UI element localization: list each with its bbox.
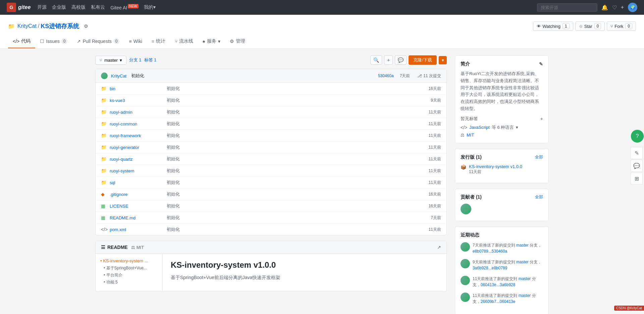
- nav-mine[interactable]: 我的▾: [144, 4, 156, 10]
- sidebar-edit-icon[interactable]: ✎: [539, 61, 543, 67]
- add-file-button[interactable]: +: [384, 55, 393, 65]
- tab-manage[interactable]: ⚙ 管理: [225, 35, 250, 48]
- controls-bar: ⑂ master ▾ 分支 1 标签 1 🔍 + 💬 克隆/下载 ▾: [95, 55, 447, 65]
- contributors-all-link[interactable]: 全部: [535, 194, 543, 200]
- logo[interactable]: G gitee: [7, 3, 31, 12]
- file-name[interactable]: .gitignore: [110, 192, 163, 197]
- file-table: KrityCat 初始化 530460a 7天前 ⎇ 11 次提交 📁 bin …: [95, 69, 447, 235]
- file-commit-time: 9天前: [421, 98, 441, 103]
- file-commit-time: 11天前: [421, 133, 441, 139]
- commit-hash[interactable]: 530460a: [378, 73, 394, 78]
- toc-item-1[interactable]: • 基于SpringBoot+Vue...: [104, 265, 158, 271]
- breadcrumb-separator: /: [38, 23, 39, 29]
- readme-mit[interactable]: ⚖ MIT: [131, 245, 144, 250]
- clone-dropdown-button[interactable]: ▾: [439, 56, 447, 64]
- release-icon: 📦: [461, 164, 466, 170]
- releases-all-link[interactable]: 全部: [535, 154, 543, 160]
- watch-button[interactable]: 👁 Watching 1: [533, 21, 573, 31]
- nav-private[interactable]: 私有云: [91, 4, 105, 10]
- contributors-list: [461, 204, 543, 215]
- notification-icon[interactable]: 🔔: [601, 4, 608, 11]
- file-type-icon: 📁: [101, 109, 106, 115]
- file-commit-message: 初始化: [167, 121, 418, 127]
- file-type-icon: 📁: [101, 98, 106, 103]
- tab-code[interactable]: </> 代码: [8, 35, 35, 48]
- tab-pipeline[interactable]: ⑂ 流水线: [170, 35, 198, 48]
- nav-university[interactable]: 高校版: [71, 4, 86, 10]
- plus-icon[interactable]: +: [621, 4, 624, 10]
- repo-name-link[interactable]: KS进销存系统: [41, 22, 79, 30]
- release-name-link[interactable]: KS-inventory-system v1.0.0: [469, 164, 522, 169]
- file-commit-message: 初始化: [167, 191, 418, 197]
- user-avatar[interactable]: 🌍: [628, 3, 637, 12]
- contributor-avatar-0[interactable]: [461, 204, 471, 214]
- nav-opensource[interactable]: 开源: [37, 4, 47, 10]
- toc-item-2[interactable]: • 平台简介: [104, 272, 158, 278]
- edit-float-button[interactable]: ✎: [631, 147, 643, 159]
- file-name[interactable]: ruoyi-admin: [110, 110, 163, 115]
- release-date: 11天前: [469, 169, 522, 175]
- toc-item-3[interactable]: • 功能 5: [104, 279, 158, 285]
- branches-link[interactable]: 分支 1: [129, 57, 142, 63]
- commit-author[interactable]: KrityCat: [111, 73, 126, 78]
- file-name[interactable]: ruoyi-generator: [110, 145, 163, 150]
- issues-icon: ☐: [40, 39, 44, 44]
- table-row: 📁 ks-vue3 初始化 9天前: [96, 95, 446, 106]
- file-commit-message: 初始化: [167, 97, 418, 103]
- toc-item-0[interactable]: • KS-inventory-system ...: [100, 258, 158, 263]
- license-icon: ⚖: [461, 133, 465, 138]
- license-row: ⚖ MIT: [461, 133, 543, 138]
- license-link[interactable]: MIT: [467, 133, 474, 138]
- activity-title: 近期动态: [461, 232, 543, 238]
- clone-button[interactable]: 克隆/下载: [409, 55, 437, 65]
- commit-author-avatar: [101, 72, 108, 79]
- file-name[interactable]: LICENSE: [110, 204, 163, 209]
- chat-float-button[interactable]: 💬: [631, 160, 643, 172]
- language-name[interactable]: JavaScript: [469, 125, 490, 130]
- tab-service[interactable]: ♠ 服务 ▾: [198, 35, 225, 48]
- repo-sidebar: 简介 ✎ 基于RuoYi二次开发的进销存系统,采购、销售、库存功能与业务流程简洁…: [455, 55, 549, 314]
- language-dropdown-icon[interactable]: ▾: [516, 125, 518, 130]
- add-tag-button[interactable]: +: [540, 116, 543, 121]
- sidebar-toggle-button[interactable]: ⊞: [631, 172, 643, 185]
- file-name[interactable]: pom.xml: [110, 227, 163, 232]
- nav-enterprise[interactable]: 企业版: [52, 4, 66, 10]
- nav-giteeai[interactable]: Gitee AINEW: [110, 4, 138, 10]
- star-button[interactable]: ☆ Star 0: [575, 21, 605, 31]
- search-input[interactable]: [537, 3, 597, 12]
- file-name[interactable]: ruoyi-system: [110, 168, 163, 173]
- repo-owner-link[interactable]: KrityCat: [17, 23, 37, 29]
- file-commit-message: 初始化: [167, 156, 418, 162]
- tab-wiki[interactable]: ≡ Wiki: [124, 35, 147, 48]
- csdn-badge[interactable]: CSDN @KrityCat: [614, 306, 644, 311]
- file-name[interactable]: bin: [110, 86, 163, 91]
- file-name[interactable]: ruoyi-quartz: [110, 157, 163, 162]
- table-row: </> pom.xml 初始化 11天前: [96, 224, 446, 235]
- help-button[interactable]: ?: [631, 129, 644, 143]
- file-name[interactable]: README.md: [110, 215, 163, 220]
- tab-stats[interactable]: ⌗ 统计: [147, 35, 170, 48]
- tags-link[interactable]: 标签 1: [144, 57, 157, 63]
- file-name[interactable]: ruoyi-framework: [110, 133, 163, 138]
- file-type-icon: 📁: [101, 180, 106, 185]
- activity-text: 9天前推送了新的提交到 master 分支，3a6b928...e8b0789: [473, 259, 543, 271]
- search-button[interactable]: 🔍: [370, 55, 382, 65]
- file-name[interactable]: sql: [110, 180, 163, 185]
- comment-button[interactable]: 💬: [395, 55, 407, 65]
- fork-button[interactable]: ⑂ Fork 0: [607, 21, 636, 31]
- file-name[interactable]: ruoyi-common: [110, 121, 163, 126]
- controls-right: 🔍 + 💬 克隆/下载 ▾: [370, 55, 447, 65]
- nav-right: 🔔 ♡ + 🌍: [537, 3, 637, 12]
- table-row: ▦ README.md 初始化 7天前: [96, 212, 446, 224]
- repo-settings-icon[interactable]: ⚙: [84, 23, 88, 29]
- tab-pullrequests[interactable]: ↗ Pull Requests 0: [72, 35, 124, 48]
- file-commit-message: 初始化: [167, 168, 418, 174]
- heart-icon[interactable]: ♡: [612, 4, 617, 11]
- repo-type-icon: 📁: [8, 23, 15, 30]
- service-icon: ♠: [203, 39, 205, 44]
- tab-issues[interactable]: ☐ Issues 0: [35, 35, 72, 48]
- branch-selector[interactable]: ⑂ master ▾: [95, 56, 126, 65]
- readme-icon: ☰: [101, 245, 105, 250]
- file-name[interactable]: ks-vue3: [110, 98, 163, 103]
- readme-external-link[interactable]: ↗: [437, 245, 441, 250]
